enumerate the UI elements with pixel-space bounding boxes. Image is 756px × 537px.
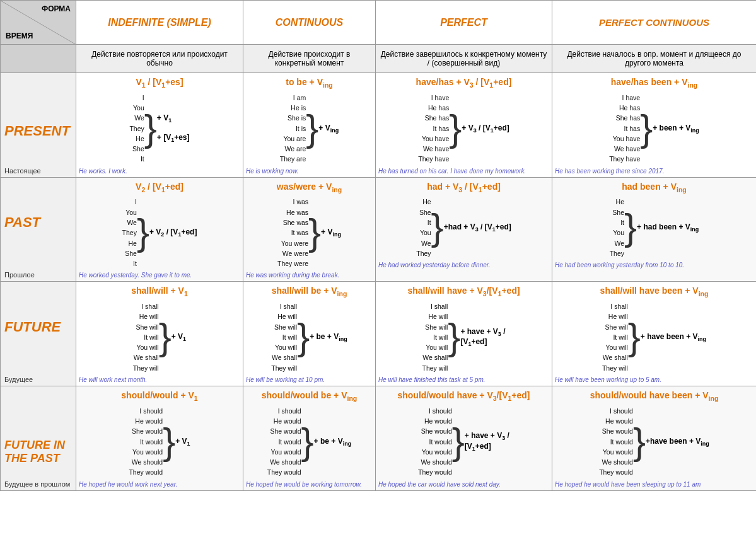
past-sublabel: Прошлое bbox=[4, 271, 72, 279]
future-sublabel: Будущее bbox=[4, 376, 72, 383]
past-cont-ving: + Ving bbox=[321, 228, 341, 238]
present-sublabel: Настоящее bbox=[4, 167, 72, 175]
present-indef-pronouns: IYouWeTheyHeSheIt bbox=[129, 93, 144, 165]
future-perfcont-pronouns: I shallHe willShe willIt willYou willWe … bbox=[602, 301, 628, 373]
past-perfcont-formula: had been + Ving bbox=[555, 180, 753, 196]
past-perf-cont-cell: had been + Ving HeSheItYouWeThey } + had… bbox=[552, 177, 757, 282]
grammar-table: ФОРМА ВРЕМЯ INDEFINITE (SIMPLE) CONTINUO… bbox=[0, 0, 756, 491]
future-indefinite-cell: shall/will + V1 I shallHe willShe willIt… bbox=[76, 282, 243, 386]
future-indef-brace: } bbox=[159, 324, 172, 350]
present-perfcont-formula: have/has been + Ving bbox=[555, 76, 753, 91]
futurepast-label-cell: FUTURE IN THE PAST Будущее в прошлом bbox=[1, 386, 76, 490]
future-perf-example: He will have finished this task at 5 pm. bbox=[378, 374, 549, 383]
future-section-label: FUTURE bbox=[4, 316, 72, 338]
present-perfcont-brace: } bbox=[640, 115, 653, 142]
future-continuous-cell: shall/will be + Ving I shallHe willShe w… bbox=[243, 282, 376, 386]
future-cont-pronouns: I shallHe willShe willIt willYou willWe … bbox=[271, 301, 297, 373]
present-perfect-cell: have/has + V3 / [V1+ed] I haveHe hasShe … bbox=[376, 73, 552, 178]
desc-perfect-continuous: Действие началось в опр. момент и длящее… bbox=[552, 45, 757, 73]
present-indef-example: He works. I work. bbox=[79, 166, 240, 175]
present-perfcont-been: + been + Ving bbox=[653, 124, 699, 134]
futurepast-perf-formula: should/would have + V3/[V1+ed] bbox=[378, 389, 549, 405]
futurepast-continuous-cell: should/would be + Ving I shouldHe wouldS… bbox=[243, 386, 376, 490]
vremya-label: ВРЕМЯ bbox=[6, 32, 33, 40]
futurepast-perf-pronouns: I shouldHe wouldShe wouldIt wouldYou wou… bbox=[418, 406, 452, 478]
desc-forma-cell bbox=[1, 45, 76, 73]
future-cont-example: He will be working at 10 pm. bbox=[246, 374, 373, 383]
future-indef-pronouns: I shallHe willShe willIt willYou willWe … bbox=[133, 301, 159, 373]
past-cont-example: He was working during the break. bbox=[246, 270, 373, 279]
past-perf-had: +had + V3 / [V1+ed] bbox=[444, 222, 511, 233]
present-indef-formula: V1 / [V1+es] bbox=[79, 76, 240, 91]
present-perf-example: He has turned on his car. I have done my… bbox=[378, 166, 549, 175]
col-header-continuous: CONTINUOUS bbox=[243, 1, 376, 45]
present-cont-example: He is working now. bbox=[246, 166, 373, 175]
past-section-label: PAST bbox=[4, 212, 72, 233]
present-indef-v1: + V1+ [V1+es] bbox=[157, 113, 190, 143]
futurepast-indef-pronouns: I shouldHe wouldShe wouldIt wouldYou wou… bbox=[129, 406, 163, 478]
past-indef-formula: V2 / [V1+ed] bbox=[79, 180, 240, 196]
futurepast-perfcont-formula: should/would have been + Ving bbox=[555, 389, 753, 405]
past-perfcont-had: + had been + Ving bbox=[637, 222, 699, 233]
present-label-cell: PRESENT Настоящее bbox=[1, 73, 76, 178]
futurepast-sublabel: Будущее в прошлом bbox=[4, 480, 72, 488]
present-continuous-cell: to be + Ving I amHe isShe isIt isYou are… bbox=[243, 73, 376, 178]
present-cont-ving: + Ving bbox=[318, 124, 339, 134]
future-cont-brace: } bbox=[297, 324, 310, 350]
past-label-cell: PAST Прошлое bbox=[1, 177, 76, 282]
future-perfcont-brace: } bbox=[628, 324, 641, 350]
past-perf-example: He had worked yesterday before dinner. bbox=[378, 260, 549, 268]
present-indef-brace: } bbox=[144, 115, 157, 142]
col-header-perfect-continuous: PERFECT CONTINUOUS bbox=[552, 1, 757, 45]
futurepast-cont-brace: } bbox=[301, 429, 314, 455]
past-cont-brace: } bbox=[308, 219, 321, 246]
futurepast-perfcont-example: He hoped he would have been sleeping up … bbox=[555, 479, 753, 488]
future-perfcont-have: + have been + Ving bbox=[641, 332, 706, 342]
past-indef-example: He worked yesterday. She gave it to me. bbox=[79, 270, 240, 279]
futurepast-perf-brace: } bbox=[452, 429, 465, 455]
futurepast-perf-example: He hoped the car would have sold next da… bbox=[378, 479, 549, 488]
futurepast-indefinite-cell: should/would + V1 I shouldHe wouldShe wo… bbox=[76, 386, 243, 490]
past-perf-formula: had + V3 / [V1+ed] bbox=[378, 180, 549, 196]
present-cont-formula: to be + Ving bbox=[246, 76, 373, 91]
present-section-label: PRESENT bbox=[4, 120, 72, 142]
futurepast-cont-example: He hoped he would be working tomorrow. bbox=[246, 479, 373, 488]
future-indef-example: He will work next month. bbox=[79, 374, 240, 383]
futurepast-cont-formula: should/would be + Ving bbox=[246, 389, 373, 405]
present-indefinite-cell: V1 / [V1+es] IYouWeTheyHeSheIt } + V1+ [… bbox=[76, 73, 243, 178]
futurepast-indef-formula: should/would + V1 bbox=[79, 389, 240, 405]
future-perfcont-example: He will have been working up to 5 am. bbox=[555, 374, 753, 383]
desc-indefinite: Действие повторяется или происходит обыч… bbox=[76, 45, 243, 73]
present-perf-brace: } bbox=[449, 115, 462, 142]
future-cont-formula: shall/will be + Ving bbox=[246, 284, 373, 300]
future-cont-be: + be + Ving bbox=[310, 332, 347, 342]
future-perf-brace: } bbox=[448, 324, 460, 350]
past-perfcont-example: He had been working yesterday from 10 to… bbox=[555, 260, 753, 268]
forma-label: ФОРМА bbox=[42, 4, 71, 13]
futurepast-perfcont-have: +have been + Ving bbox=[646, 437, 709, 447]
future-perf-formula: shall/will have + V3/[V1+ed] bbox=[378, 284, 549, 300]
past-indef-v2: + V2 / [V1+ed] bbox=[149, 228, 197, 238]
future-perfcont-formula: shall/will have been + Ving bbox=[555, 284, 753, 300]
present-cont-brace: } bbox=[306, 115, 318, 142]
past-perfcont-pronouns: HeSheItYouWeThey bbox=[610, 197, 624, 258]
futurepast-cont-be: + be + Ving bbox=[314, 437, 352, 447]
future-perf-cont-cell: shall/will have been + Ving I shallHe wi… bbox=[552, 282, 757, 386]
col-header-perfect: PERFECT bbox=[376, 1, 552, 45]
futurepast-indef-brace: } bbox=[163, 429, 175, 455]
futurepast-cont-pronouns: I shouldHe wouldShe wouldIt wouldYou wou… bbox=[267, 406, 301, 478]
futurepast-perf-cont-cell: should/would have been + Ving I shouldHe… bbox=[552, 386, 757, 490]
past-perfect-cell: had + V3 / [V1+ed] HeSheItYouWeThey } +h… bbox=[376, 177, 552, 282]
future-perfect-cell: shall/will have + V3/[V1+ed] I shallHe w… bbox=[376, 282, 552, 386]
futurepast-perfcont-brace: } bbox=[633, 429, 646, 455]
past-perf-brace: } bbox=[431, 214, 444, 241]
desc-continuous: Действие происходит в конкретный момент bbox=[243, 45, 376, 73]
past-perfcont-brace: } bbox=[624, 214, 637, 241]
futurepast-perf-have: + have + V3 /[V1+ed] bbox=[465, 431, 509, 452]
futurepast-indef-v1: + V1 bbox=[175, 437, 190, 447]
past-indefinite-cell: V2 / [V1+ed] IYouWeTheyHeSheIt } + V2 / … bbox=[76, 177, 243, 282]
present-perf-formula: have/has + V3 / [V1+ed] bbox=[378, 76, 549, 91]
future-perf-pronouns: I shallHe willShe willIt willYou willWe … bbox=[422, 301, 448, 373]
present-perf-v3: + V3 / [V1+ed] bbox=[462, 124, 509, 134]
past-cont-formula: was/were + Ving bbox=[246, 180, 373, 196]
